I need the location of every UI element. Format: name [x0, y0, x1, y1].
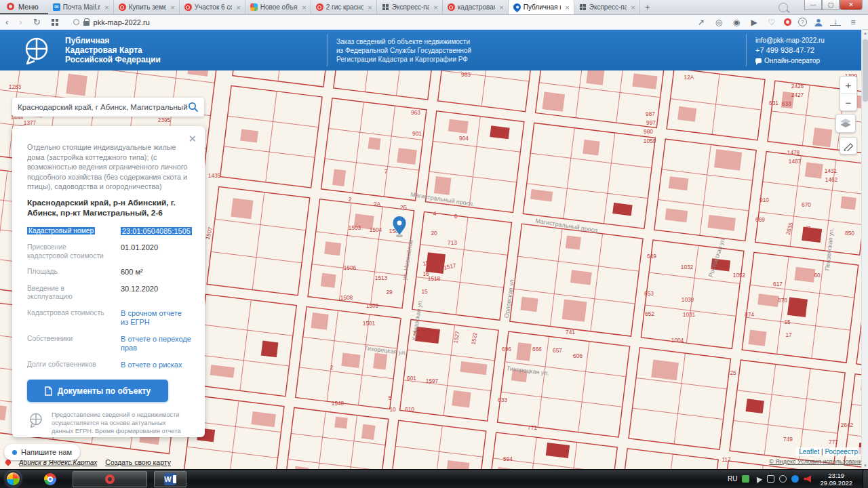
tray-network-icon[interactable]	[767, 475, 774, 483]
tab-close-icon[interactable]: ×	[366, 3, 373, 12]
tab-close-icon[interactable]: ×	[103, 3, 110, 12]
new-tab-button[interactable]: +	[640, 0, 655, 14]
browser-tab[interactable]: ✉Почта Mail.ru×	[48, 0, 114, 14]
search-icon[interactable]	[188, 102, 199, 113]
scroll-down-icon[interactable]: ▼	[862, 464, 868, 468]
contact-email[interactable]: info@pkk-map-2022.ru	[755, 35, 825, 45]
parcel-number: 20	[431, 230, 437, 237]
leaflet-attribution: Leaflet | Росреестр	[795, 447, 861, 456]
minimize-button[interactable]: —	[804, 0, 822, 10]
tab-search-icon[interactable]	[778, 3, 788, 12]
opera-menu-button[interactable]: Меню	[0, 0, 48, 14]
tray-update-icon[interactable]	[779, 475, 787, 483]
language-indicator[interactable]: RU	[728, 475, 737, 483]
zoom-out-button[interactable]: −	[840, 94, 856, 111]
scroll-up-icon[interactable]: ▲	[862, 31, 868, 35]
parcel-number: 6	[454, 213, 458, 220]
row-value-link[interactable]: В отчете о рисках	[121, 361, 191, 370]
browser-tab[interactable]: Экспресс-панель×	[377, 0, 443, 14]
object-documents-button[interactable]: Документы по объекту	[27, 380, 168, 402]
share-icon[interactable]: ↗	[696, 18, 707, 27]
parcel-number: 10	[389, 406, 396, 413]
tab-close-icon[interactable]: ×	[629, 3, 636, 12]
help-icon[interactable]: ?	[798, 18, 807, 26]
parcel-number: 1509	[366, 302, 379, 309]
panel-row: Кадастровая стоимостьВ срочном отчете из…	[27, 309, 191, 327]
row-label: Площадь	[27, 268, 108, 277]
documents-button-label: Документы по объекту	[58, 386, 151, 396]
row-value-link[interactable]: В срочном отчете из ЕГРН	[121, 309, 191, 327]
site-badge-icon[interactable]	[73, 19, 79, 25]
zoom-control: + −	[840, 76, 857, 111]
tray-pointer-icon[interactable]	[754, 474, 762, 483]
parcel-number: 2642	[841, 422, 854, 428]
online-operator-link[interactable]: Онлайн-оператор	[755, 56, 825, 66]
panel-close-icon[interactable]: ✕	[188, 133, 197, 145]
tray-volume-muted-icon[interactable]	[804, 475, 811, 483]
scrollbar-thumb[interactable]	[863, 39, 868, 102]
tab-close-icon[interactable]: ×	[169, 3, 176, 12]
ruler-icon	[843, 140, 854, 151]
forward-icon[interactable]: ›	[14, 17, 27, 27]
tab-title: Публичная кадастров	[524, 3, 561, 11]
object-info-panel: ✕ Отдельно стоящие индивидуальные жилые …	[12, 126, 205, 437]
browser-tab[interactable]: кадастровая карта пуб×	[443, 0, 509, 14]
browser-tab[interactable]: Публичная кадастров×	[509, 0, 574, 14]
browser-tab[interactable]: Участок 6 сот. (ИЖС) в×	[180, 0, 245, 14]
row-value-link[interactable]: В отчете о переходе прав	[121, 335, 191, 353]
create-map-link[interactable]: Создать свою карту	[105, 458, 171, 466]
rosreestr-link[interactable]: Росреестр	[825, 448, 858, 455]
show-desktop-button[interactable]	[863, 470, 868, 488]
downloads-icon[interactable]: ↓	[830, 18, 841, 26]
tab-close-icon[interactable]: ×	[498, 3, 505, 12]
back-icon[interactable]: ‹	[0, 17, 14, 27]
browser-tab[interactable]: Экспресс-панель×	[574, 0, 640, 14]
opera-badge-icon[interactable]	[784, 18, 791, 26]
profile-icon[interactable]	[814, 18, 823, 27]
tray-shield-icon[interactable]	[791, 475, 799, 483]
taskbar-word-button[interactable]: W	[154, 471, 186, 487]
parcel-number: 7	[384, 168, 388, 175]
word-icon: W	[164, 473, 176, 485]
contact-phone[interactable]: +7 499 938-47-72	[755, 45, 825, 56]
tab-close-icon[interactable]: ×	[300, 3, 307, 12]
layers-button[interactable]	[835, 114, 856, 133]
page-scrollbar[interactable]: ▲ ▼	[861, 30, 868, 469]
tab-title: кадастровая карта пуб	[458, 3, 496, 11]
yandex-copyright[interactable]: © Яндекс Условия использования	[769, 458, 865, 465]
parcel-number: 980	[644, 128, 653, 135]
parcel-number: 1431	[825, 167, 837, 174]
browser-tab[interactable]: Новое объявление —×	[245, 0, 311, 14]
bookmark-heart-icon[interactable]: ♡	[766, 18, 777, 27]
close-button[interactable]: ✕	[840, 0, 863, 10]
service-description: Заказ сведений об объекте недвижимости и…	[336, 37, 471, 64]
maximize-button[interactable]: ▢	[822, 0, 840, 10]
send-icon[interactable]: ▶	[749, 18, 760, 27]
tray-app-icon[interactable]	[742, 475, 749, 483]
write-us-button[interactable]: Напишите нам	[4, 444, 80, 460]
reload-icon[interactable]: ↻	[28, 17, 46, 27]
zoom-in-button[interactable]: +	[840, 77, 856, 94]
tab-close-icon[interactable]: ×	[564, 3, 570, 12]
taskbar-clock[interactable]: 23:19 29.09.2022	[820, 472, 852, 487]
browser-tab[interactable]: Купить земельный уча×	[114, 0, 180, 14]
taskbar-opera-button[interactable]	[73, 471, 147, 487]
parcel-number: 696	[502, 346, 511, 352]
vpn-icon[interactable]: ◉	[731, 18, 742, 27]
measure-button[interactable]	[840, 137, 857, 155]
start-button[interactable]	[5, 471, 21, 487]
url-field[interactable]: pkk-map-2022.ru	[73, 18, 150, 26]
chrome-icon	[44, 473, 56, 485]
browser-menu-icon[interactable]: ≡	[848, 18, 859, 27]
leaflet-link[interactable]: Leaflet	[799, 448, 819, 455]
tab-close-icon[interactable]: ×	[235, 3, 241, 12]
taskbar-chrome-button[interactable]	[35, 471, 66, 487]
speed-dial-icon[interactable]	[52, 19, 58, 26]
url-text[interactable]: pkk-map-2022.ru	[94, 18, 150, 26]
snapshot-icon[interactable]: ◎	[713, 18, 724, 27]
grid-favicon-icon	[382, 3, 389, 11]
browser-tab[interactable]: 2 гис краснодар — Ян×	[311, 0, 377, 14]
search-input[interactable]	[18, 103, 188, 111]
parcel-number: 1462	[825, 176, 838, 183]
tab-close-icon[interactable]: ×	[432, 3, 439, 12]
